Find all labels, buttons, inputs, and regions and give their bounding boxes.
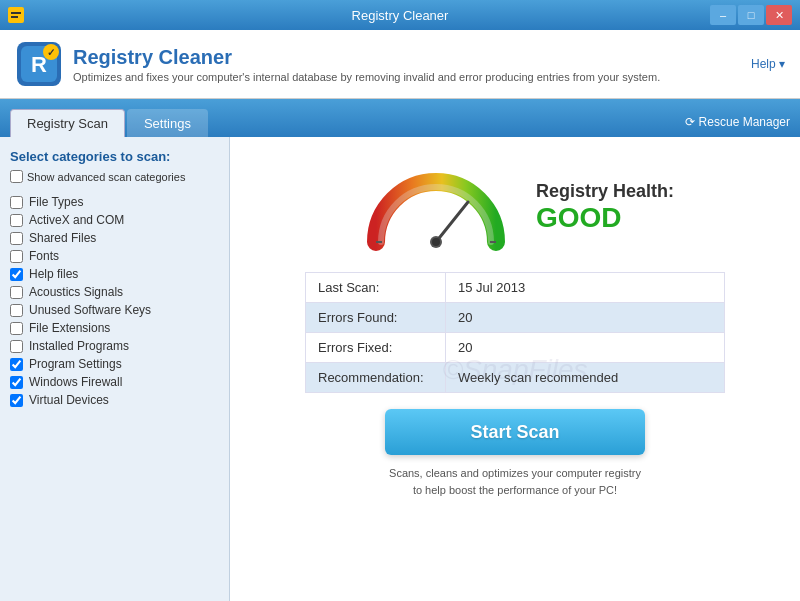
category-checkbox-windows-firewall[interactable] [10,376,23,389]
category-checkbox-fonts[interactable] [10,250,23,263]
category-checkbox-file-extensions[interactable] [10,322,23,335]
scan-note-line2: to help boost the performance of your PC… [413,484,617,496]
category-label-help-files: Help files [29,267,78,281]
category-checkbox-installed-programs[interactable] [10,340,23,353]
info-row: Recommendation:Weekly scan recommended [306,363,725,393]
category-label-virtual-devices: Virtual Devices [29,393,109,407]
info-cell-label: Errors Fixed: [306,333,446,363]
svg-text:✓: ✓ [47,47,55,58]
category-list: File TypesActiveX and COMShared FilesFon… [10,193,219,409]
left-panel: Select categories to scan: Show advanced… [0,137,230,601]
category-checkbox-virtual-devices[interactable] [10,394,23,407]
app-logo-icon: R ✓ [15,40,63,88]
category-item-file-extensions: File Extensions [10,319,219,337]
category-item-activex-com: ActiveX and COM [10,211,219,229]
category-checkbox-shared-files[interactable] [10,232,23,245]
category-checkbox-file-types[interactable] [10,196,23,209]
tab-settings[interactable]: Settings [127,109,208,137]
title-bar: Registry Cleaner – □ ✕ [0,0,800,30]
gauge-health-row: Registry Health: GOOD [255,157,775,257]
advanced-scan-row[interactable]: Show advanced scan categories [10,170,219,183]
category-label-fonts: Fonts [29,249,59,263]
svg-rect-1 [11,12,21,14]
panel-title: Select categories to scan: [10,149,219,164]
start-scan-button[interactable]: Start Scan [385,409,645,455]
info-row: Errors Fixed:20 [306,333,725,363]
info-row: Errors Found:20 [306,303,725,333]
health-label: Registry Health: [536,181,674,202]
category-checkbox-activex-com[interactable] [10,214,23,227]
advanced-scan-checkbox[interactable] [10,170,23,183]
category-item-file-types: File Types [10,193,219,211]
title-bar-left [8,7,24,23]
tab-bar: Registry Scan Settings ⟳ Rescue Manager [0,99,800,137]
app-icon [8,7,24,23]
info-cell-label: Errors Found: [306,303,446,333]
help-button[interactable]: Help ▾ [751,57,785,71]
category-label-acoustics-signals: Acoustics Signals [29,285,123,299]
category-item-fonts: Fonts [10,247,219,265]
health-block: Registry Health: GOOD [536,181,674,234]
window-controls: – □ ✕ [710,5,792,25]
category-label-file-extensions: File Extensions [29,321,110,335]
scan-note: Scans, cleans and optimizes your compute… [389,465,641,498]
tab-registry-scan[interactable]: Registry Scan [10,109,125,137]
main-content: Select categories to scan: Show advanced… [0,137,800,601]
scan-note-line1: Scans, cleans and optimizes your compute… [389,467,641,479]
svg-rect-2 [11,16,18,18]
info-cell-label: Recommendation: [306,363,446,393]
svg-line-9 [436,202,468,242]
category-item-shared-files: Shared Files [10,229,219,247]
right-panel: ©SnapFiles [230,137,800,601]
app-title: Registry Cleaner [73,46,660,69]
category-checkbox-acoustics-signals[interactable] [10,286,23,299]
info-cell-label: Last Scan: [306,273,446,303]
category-checkbox-program-settings[interactable] [10,358,23,371]
category-item-virtual-devices: Virtual Devices [10,391,219,409]
category-label-program-settings: Program Settings [29,357,122,371]
category-item-program-settings: Program Settings [10,355,219,373]
info-cell-value: 20 [446,333,725,363]
category-label-windows-firewall: Windows Firewall [29,375,122,389]
tab-group: Registry Scan Settings [10,109,208,137]
app-header-left: R ✓ Registry Cleaner Optimizes and fixes… [15,40,660,88]
minimize-button[interactable]: – [710,5,736,25]
category-checkbox-unused-software-keys[interactable] [10,304,23,317]
category-item-windows-firewall: Windows Firewall [10,373,219,391]
category-label-file-types: File Types [29,195,83,209]
info-cell-value: 15 Jul 2013 [446,273,725,303]
category-item-help-files: Help files [10,265,219,283]
window-title: Registry Cleaner [352,8,449,23]
app-subtitle: Optimizes and fixes your computer's inte… [73,71,660,83]
close-button[interactable]: ✕ [766,5,792,25]
category-label-activex-com: ActiveX and COM [29,213,124,227]
category-label-unused-software-keys: Unused Software Keys [29,303,151,317]
svg-rect-0 [9,8,23,22]
health-value: GOOD [536,202,674,234]
rescue-manager-button[interactable]: ⟳ Rescue Manager [685,115,790,137]
svg-point-10 [432,238,440,246]
category-label-installed-programs: Installed Programs [29,339,129,353]
info-cell-value: 20 [446,303,725,333]
info-row: Last Scan:15 Jul 2013 [306,273,725,303]
category-label-shared-files: Shared Files [29,231,96,245]
category-item-acoustics-signals: Acoustics Signals [10,283,219,301]
app-header: R ✓ Registry Cleaner Optimizes and fixes… [0,30,800,99]
maximize-button[interactable]: □ [738,5,764,25]
category-checkbox-help-files[interactable] [10,268,23,281]
info-cell-value: Weekly scan recommended [446,363,725,393]
gauge-icon [356,157,516,257]
category-item-unused-software-keys: Unused Software Keys [10,301,219,319]
app-title-block: Registry Cleaner Optimizes and fixes you… [73,46,660,83]
info-table: Last Scan:15 Jul 2013Errors Found:20Erro… [305,272,725,393]
advanced-scan-label: Show advanced scan categories [27,171,185,183]
category-item-installed-programs: Installed Programs [10,337,219,355]
